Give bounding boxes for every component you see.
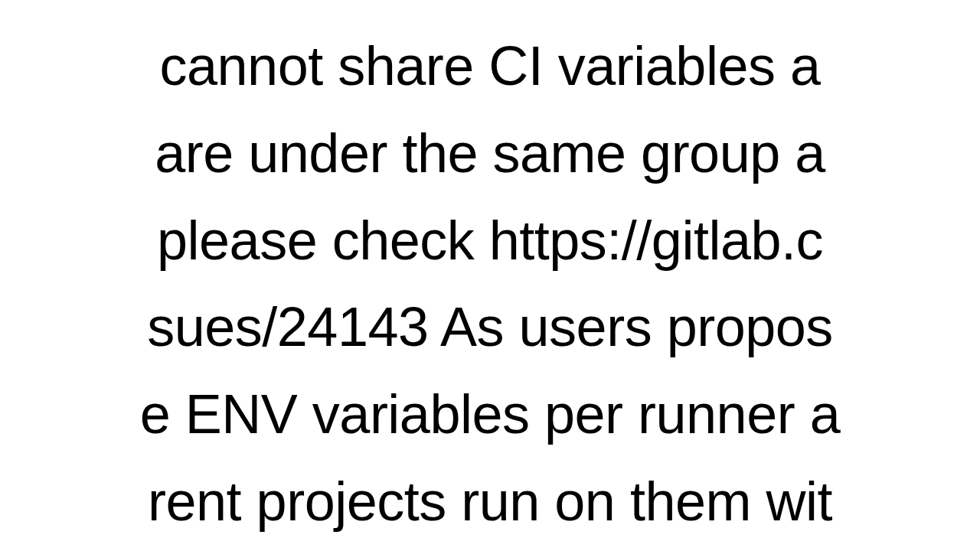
text-line-3: please check https://gitlab.c	[157, 210, 823, 271]
text-line-5: e ENV variables per runner a	[140, 383, 840, 445]
text-line-4: sues/24143 As users propos	[147, 296, 833, 357]
text-line-1: cannot share CI variables a	[160, 35, 821, 96]
document-text: cannot share CI variables a are under th…	[0, 23, 980, 546]
text-line-6: rent projects run on them wit	[148, 471, 832, 532]
text-line-2: are under the same group a	[155, 122, 825, 184]
